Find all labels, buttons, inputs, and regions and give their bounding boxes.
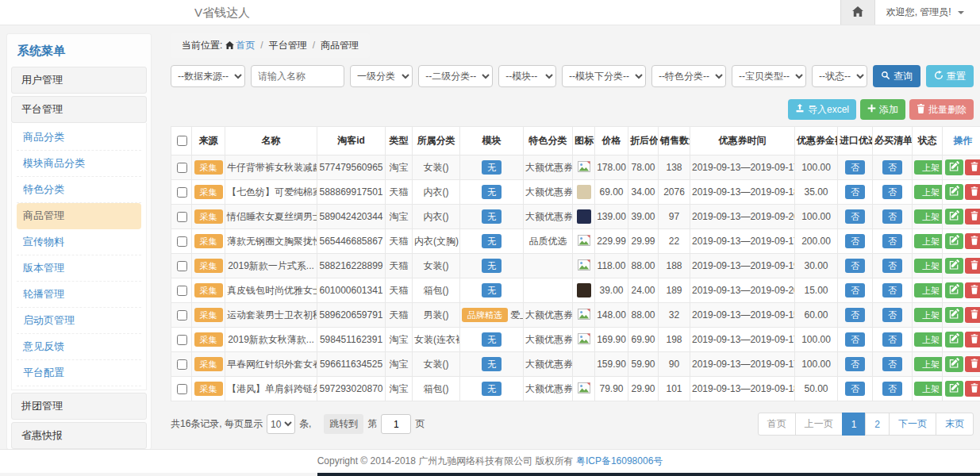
edit-button[interactable] — [945, 307, 963, 323]
sidebar-item[interactable]: 版本管理 — [17, 255, 141, 282]
edit-button[interactable] — [945, 258, 963, 274]
row-checkbox[interactable] — [177, 335, 187, 345]
delete-button[interactable] — [965, 159, 980, 175]
sales-cell: 188 — [659, 254, 690, 278]
price-cell: 159.90 — [595, 352, 628, 377]
delete-button[interactable] — [965, 307, 980, 323]
filter-select[interactable]: --宝贝类型-- — [732, 65, 806, 87]
delete-button[interactable] — [965, 282, 980, 298]
row-checkbox[interactable] — [177, 384, 187, 394]
feature-category-cell — [524, 278, 573, 303]
icon-cell — [573, 155, 595, 180]
row-checkbox[interactable] — [177, 310, 187, 321]
broken-image-icon — [578, 336, 590, 347]
row-checkbox[interactable] — [177, 261, 187, 271]
delete-button[interactable] — [965, 184, 980, 200]
home-button[interactable] — [840, 0, 875, 25]
row-checkbox[interactable] — [177, 236, 187, 247]
row-checkbox[interactable] — [177, 286, 187, 296]
delete-button[interactable] — [965, 332, 980, 347]
sidebar-item[interactable]: 商品管理 — [17, 203, 141, 229]
delete-button[interactable] — [965, 233, 980, 249]
sidebar-item[interactable]: 宣传物料 — [17, 229, 141, 255]
page-size-select[interactable]: 10 — [267, 414, 295, 434]
imported-cell: 否 — [838, 205, 873, 229]
row-checkbox[interactable] — [177, 212, 187, 222]
filter-select[interactable]: --状态-- — [812, 65, 867, 87]
filter-select[interactable]: --模块-- — [498, 65, 556, 87]
sidebar-item[interactable]: 启动页管理 — [17, 308, 141, 334]
breadcrumb-home-link[interactable]: 首页 — [236, 40, 255, 51]
sidebar-section[interactable]: 用户管理 — [11, 67, 147, 94]
page-button[interactable]: 下一页 — [889, 413, 936, 436]
query-button[interactable]: 查询 — [873, 65, 920, 87]
jump-button[interactable]: 跳转到 — [324, 414, 363, 434]
icon-cell — [573, 180, 595, 205]
source-cell: 采集 — [192, 180, 225, 205]
import-excel-button[interactable]: 导入excel — [788, 99, 856, 120]
page-button[interactable]: 2 — [865, 413, 890, 436]
column-header: 图标 — [573, 127, 595, 155]
edit-button[interactable] — [945, 381, 963, 397]
sidebar-section[interactable]: 平台管理 — [11, 96, 147, 123]
delete-button[interactable] — [965, 209, 980, 225]
source-badge: 采集 — [194, 209, 223, 225]
name-search-input[interactable] — [251, 65, 344, 87]
edit-button[interactable] — [945, 332, 963, 347]
icp-link[interactable]: 粤ICP备16098006号 — [576, 455, 663, 466]
status-badge: 上架 — [914, 259, 943, 274]
edit-button[interactable] — [945, 184, 963, 200]
sidebar-section[interactable]: 拼团管理 — [11, 393, 147, 420]
type-cell: 天猫 — [386, 278, 413, 303]
taoke-id-cell: 565446685867 — [317, 229, 386, 254]
reset-button[interactable]: 重置 — [926, 65, 974, 87]
edit-button[interactable] — [945, 209, 963, 225]
edit-button[interactable] — [945, 233, 963, 249]
sidebar-item[interactable]: 轮播管理 — [17, 282, 141, 308]
sidebar-item[interactable]: 特色分类 — [17, 177, 141, 203]
status-badge: 上架 — [914, 185, 943, 200]
filter-select[interactable]: --特色分类-- — [651, 65, 726, 87]
filter-select[interactable]: --二级分类-- — [418, 65, 493, 87]
imported-badge: 否 — [845, 185, 865, 200]
jump-page-input[interactable] — [381, 414, 411, 434]
row-checkbox[interactable] — [177, 187, 187, 198]
edit-button[interactable] — [945, 356, 963, 372]
edit-icon — [949, 333, 959, 346]
module-cell: 无 — [460, 180, 524, 205]
row-checkbox[interactable] — [177, 163, 187, 173]
select-all-checkbox[interactable] — [177, 136, 187, 146]
user-menu[interactable]: 欢迎您, 管理员! — [875, 0, 980, 25]
edit-button[interactable] — [945, 282, 963, 298]
sidebar-item[interactable]: 平台配置 — [17, 360, 141, 386]
type-cell: 淘宝 — [386, 352, 413, 377]
page-button[interactable]: 1 — [842, 413, 867, 436]
product-name-cell: 运动套装男士卫衣初秋... — [225, 303, 317, 328]
sidebar-item[interactable]: 意见反馈 — [17, 334, 141, 360]
filter-select[interactable]: 一级分类 — [350, 65, 413, 87]
edit-button[interactable] — [945, 159, 963, 175]
delete-button[interactable] — [965, 258, 980, 274]
row-checkbox[interactable] — [177, 359, 187, 370]
table-row: 采集2019新款女秋薄款...598451162391淘宝女装(连衣裙)无大额优… — [171, 328, 980, 352]
sidebar-menu: 用户管理平台管理商品分类模块商品分类特色分类商品管理宣传物料版本管理轮播管理启动… — [11, 67, 147, 450]
batch-delete-button[interactable]: 批量删除 — [909, 99, 974, 120]
page-button[interactable]: 上一页 — [795, 413, 843, 436]
imported-badge: 否 — [845, 283, 865, 298]
sidebar-section[interactable]: 省惠快报 — [11, 422, 147, 449]
imported-badge: 否 — [845, 382, 865, 397]
add-button[interactable]: 添加 — [860, 99, 905, 120]
page-button[interactable]: 末页 — [936, 413, 974, 436]
sidebar-item[interactable]: 商品分类 — [17, 125, 141, 151]
filter-select[interactable]: --数据来源-- — [171, 65, 245, 87]
module-extra-text: 爱上运动 — [510, 309, 524, 321]
imported-badge: 否 — [845, 357, 865, 372]
filter-select[interactable]: --模块下分类-- — [562, 65, 646, 87]
source-cell: 采集 — [192, 328, 225, 352]
imported-cell: 否 — [838, 303, 873, 328]
delete-button[interactable] — [965, 381, 980, 397]
sidebar-item[interactable]: 模块商品分类 — [17, 151, 141, 177]
delete-button[interactable] — [965, 356, 980, 372]
price-cell: 39.00 — [595, 278, 628, 303]
page-button[interactable]: 首页 — [758, 413, 796, 436]
